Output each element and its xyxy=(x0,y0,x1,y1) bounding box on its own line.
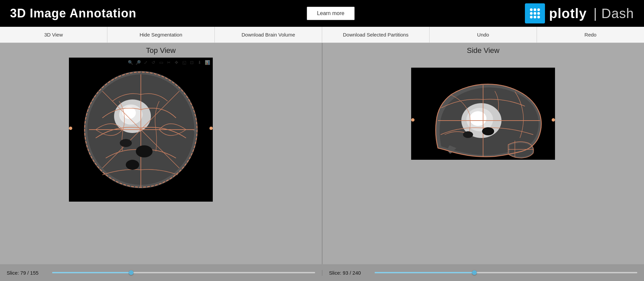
svg-point-32 xyxy=(482,127,494,135)
top-view-panel: Top View 🔍 🔎 ⤢ ↺ ▭ ✂ ✥ ◱ ⊡ ⬇ 📊 xyxy=(0,43,323,264)
main-content: Top View 🔍 🔎 ⤢ ↺ ▭ ✂ ✥ ◱ ⊡ ⬇ 📊 xyxy=(0,43,644,264)
plotly-logo: plotly | Dash xyxy=(525,3,634,23)
svg-point-8 xyxy=(537,16,540,18)
plotly-icon-svg xyxy=(528,6,542,21)
toolbar: 3D View Hide Segmentation Download Brain… xyxy=(0,27,644,43)
top-slice-label: Slice: 79 / 155 xyxy=(7,270,47,276)
select-icon[interactable]: ◱ xyxy=(181,59,188,66)
side-slice-thumb[interactable] xyxy=(472,270,477,275)
side-brain-svg xyxy=(411,68,555,160)
side-view-plot[interactable] xyxy=(411,68,555,160)
zoom-out-icon[interactable]: 🔎 xyxy=(135,59,142,66)
header: 3D Image Annotation Learn more plotly | … xyxy=(0,0,644,27)
side-slice-panel: Slice: 93 / 240 xyxy=(323,270,644,276)
plotly-text: plotly | Dash xyxy=(549,6,634,21)
svg-point-22 xyxy=(120,139,132,147)
svg-point-1 xyxy=(534,8,536,11)
svg-point-21 xyxy=(126,160,139,170)
redo-button[interactable]: Redo xyxy=(537,27,644,43)
learn-more-button[interactable]: Learn more xyxy=(307,7,355,20)
side-plot-container xyxy=(411,68,555,160)
dash-word: | Dash xyxy=(593,6,634,21)
top-slice-slider[interactable] xyxy=(52,272,315,273)
svg-point-3 xyxy=(530,12,533,15)
pan-icon[interactable]: ✥ xyxy=(173,59,180,66)
svg-point-5 xyxy=(537,12,540,15)
app-title: 3D Image Annotation xyxy=(10,6,136,20)
svg-point-2 xyxy=(537,8,540,11)
top-slice-track xyxy=(52,272,131,273)
side-view-panel: Side View xyxy=(323,43,644,264)
download-selected-partitions-button[interactable]: Download Selected Partitions xyxy=(322,27,430,43)
draw-rect-icon[interactable]: ▭ xyxy=(158,59,165,66)
side-slice-track xyxy=(375,272,474,273)
svg-point-20 xyxy=(136,145,153,157)
side-slice-slider[interactable] xyxy=(375,272,638,273)
3d-view-button[interactable]: 3D View xyxy=(0,27,107,43)
svg-point-7 xyxy=(534,16,536,18)
zoom-in-icon[interactable]: 🔍 xyxy=(127,59,134,66)
top-plot-container: 🔍 🔎 ⤢ ↺ ▭ ✂ ✥ ◱ ⊡ ⬇ 📊 xyxy=(109,58,213,202)
svg-text:+: + xyxy=(193,126,197,135)
top-view-plot[interactable]: + xyxy=(69,58,213,202)
erase-icon[interactable]: ✂ xyxy=(166,59,172,66)
bar-chart-icon[interactable]: 📊 xyxy=(204,59,211,66)
bottom-bar: Slice: 79 / 155 Slice: 93 / 240 xyxy=(0,264,644,281)
top-brain-svg: + xyxy=(69,58,213,202)
svg-point-6 xyxy=(530,16,533,18)
svg-point-27 xyxy=(470,111,486,126)
autoscale-icon[interactable]: ⤢ xyxy=(143,59,149,66)
svg-point-0 xyxy=(530,8,533,11)
plotly-icon xyxy=(525,3,545,23)
top-slice-thumb[interactable] xyxy=(129,270,133,275)
reset-icon[interactable]: ↺ xyxy=(150,59,157,66)
lasso-icon[interactable]: ⊡ xyxy=(189,59,195,66)
svg-point-4 xyxy=(534,12,536,15)
top-view-title: Top View xyxy=(146,46,176,55)
top-slice-panel: Slice: 79 / 155 xyxy=(0,270,323,276)
plotly-word: plotly xyxy=(549,6,587,21)
plot-toolbar-top: 🔍 🔎 ⤢ ↺ ▭ ✂ ✥ ◱ ⊡ ⬇ 📊 xyxy=(127,59,211,66)
side-view-title: Side View xyxy=(467,46,499,55)
download-icon[interactable]: ⬇ xyxy=(196,59,203,66)
hide-segmentation-button[interactable]: Hide Segmentation xyxy=(107,27,215,43)
undo-button[interactable]: Undo xyxy=(430,27,537,43)
download-brain-volume-button[interactable]: Download Brain Volume xyxy=(215,27,322,43)
svg-point-33 xyxy=(463,131,473,138)
side-slice-label: Slice: 93 / 240 xyxy=(329,270,369,276)
